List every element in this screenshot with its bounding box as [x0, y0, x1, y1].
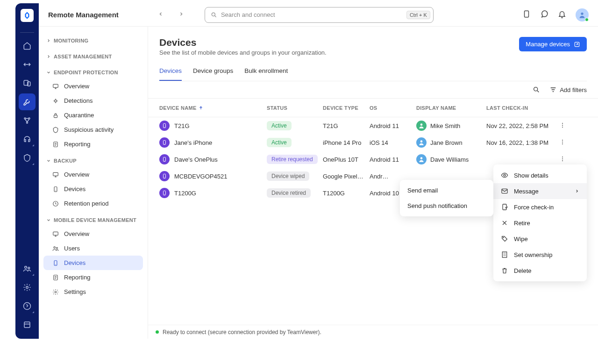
app-title: Remote Management	[48, 11, 119, 19]
th-device-name[interactable]: DEVICE NAME	[159, 105, 267, 111]
rail-home[interactable]	[19, 37, 36, 54]
sidebar-item-devices[interactable]: Devices	[43, 182, 143, 196]
add-filters-button[interactable]: Add filters	[549, 86, 587, 93]
sidebar-group-mobile-device-management[interactable]: MOBILE DEVICE MANAGEMENT	[43, 214, 143, 227]
ctx-set-ownership[interactable]: Set ownership	[493, 247, 587, 263]
checkin-icon	[501, 203, 508, 211]
more-icon	[559, 155, 566, 163]
lock-icon	[52, 112, 59, 119]
sidebar-item-overview[interactable]: Overview	[43, 79, 143, 93]
external-icon	[574, 41, 580, 48]
th-last-check-in[interactable]: LAST CHECK-IN	[486, 105, 559, 111]
row-more-button[interactable]	[559, 155, 573, 164]
sidebar-item-users[interactable]: Users	[43, 241, 143, 256]
chevron-right-icon	[575, 189, 579, 193]
sidebar-item-suspicious-activity[interactable]: Suspicious activity	[43, 122, 143, 137]
ctx-message[interactable]: Message	[493, 183, 587, 199]
sidebar-item-quarantine[interactable]: Quarantine	[43, 108, 143, 122]
ctx-wipe[interactable]: Wipe	[493, 231, 587, 247]
th-status[interactable]: STATUS	[267, 105, 323, 111]
search-icon	[533, 86, 540, 93]
user-avatar	[416, 137, 427, 148]
top-header: Remote Management Search and connect Ctr…	[39, 3, 598, 27]
ctx-delete[interactable]: Delete	[493, 263, 587, 278]
header-avatar[interactable]	[576, 8, 589, 21]
sidebar-item-devices[interactable]: Devices	[43, 256, 143, 270]
mail-icon	[501, 187, 508, 195]
row-more-button[interactable]	[559, 138, 573, 147]
header-bell-icon[interactable]	[558, 10, 566, 20]
rail-shield[interactable]	[19, 150, 36, 166]
th-os[interactable]: OS	[370, 105, 416, 111]
sidebar-group-asset-management[interactable]: ASSET MANAGEMENT	[43, 50, 143, 63]
tag-icon	[501, 235, 508, 243]
search-placeholder: Search and connect	[221, 11, 406, 18]
app-logo	[21, 9, 34, 22]
nav-forward[interactable]	[177, 9, 186, 20]
rail-remote[interactable]	[19, 56, 36, 73]
chevron-right-icon	[46, 38, 51, 43]
rail-workflow[interactable]	[19, 112, 36, 129]
status-badge: Device retired	[267, 188, 311, 198]
rail-management[interactable]	[19, 93, 36, 110]
nav-back[interactable]	[156, 9, 165, 20]
bug-icon	[52, 98, 59, 104]
sidebar-group-monitoring[interactable]: MONITORING	[43, 34, 143, 47]
table-row[interactable]: Jane's iPhone Active iPhone 14 Pro iOS 1…	[148, 134, 598, 151]
row-more-button[interactable]	[559, 121, 573, 130]
header-tablet-icon[interactable]	[522, 10, 531, 20]
chevron-down-icon	[46, 70, 51, 75]
sidebar-group-backup[interactable]: BACKUP	[43, 154, 143, 167]
phone-icon	[52, 260, 59, 266]
shield-icon	[52, 127, 59, 133]
status-badge: Active	[267, 121, 292, 130]
app-rail	[15, 3, 39, 339]
search-input[interactable]: Search and connect Ctrl + K	[205, 7, 434, 23]
filter-icon	[549, 86, 557, 93]
search-shortcut: Ctrl + K	[406, 11, 430, 19]
chevron-right-icon	[46, 54, 51, 59]
tab-devices[interactable]: Devices	[159, 63, 182, 81]
gear-icon	[52, 289, 59, 295]
rail-expand[interactable]	[19, 316, 36, 333]
more-icon	[559, 121, 566, 129]
phone-icon	[52, 186, 59, 193]
ctx-show-details[interactable]: Show details	[493, 167, 587, 183]
ctx-sub-send-email[interactable]: Send email	[400, 183, 493, 198]
manage-devices-button[interactable]: Manage devices	[519, 37, 587, 51]
users-icon	[52, 245, 59, 252]
table-search-button[interactable]	[533, 86, 540, 93]
tab-bulk-enrollment[interactable]: Bulk enrollment	[244, 63, 288, 81]
ctx-retire[interactable]: Retire	[493, 215, 587, 231]
page-subtitle: See the list of mobile devices and group…	[159, 49, 327, 56]
status-badge: Device wiped	[267, 171, 309, 181]
sidebar-group-endpoint-protection[interactable]: ENDPOINT PROTECTION	[43, 66, 143, 79]
context-submenu: Send emailSend push notification	[400, 180, 493, 216]
status-dot-icon	[156, 330, 159, 334]
status-bar: Ready to connect (secure connection prov…	[148, 325, 598, 339]
rail-settings[interactable]	[19, 279, 36, 296]
header-chat-icon[interactable]	[540, 10, 548, 20]
sidebar-item-retention-period[interactable]: Retention period	[43, 196, 143, 211]
th-device-type[interactable]: DEVICE TYPE	[323, 105, 370, 111]
sidebar-item-detections[interactable]: Detections	[43, 93, 143, 108]
rail-devices[interactable]	[19, 75, 36, 92]
ctx-force-check-in[interactable]: Force check-in	[493, 199, 587, 215]
tab-device-groups[interactable]: Device groups	[193, 63, 233, 81]
sidebar-item-overview[interactable]: Overview	[43, 227, 143, 241]
rail-users[interactable]	[19, 260, 36, 277]
rail-support[interactable]	[19, 131, 36, 148]
sidebar-item-overview[interactable]: Overview	[43, 167, 143, 182]
more-icon	[559, 138, 566, 146]
context-menu: Show detailsMessageForce check-inRetireW…	[493, 164, 587, 281]
report-icon	[52, 274, 59, 281]
table-row[interactable]: T21G Active T21G Android 11 Mike Smith N…	[148, 117, 598, 134]
ctx-sub-send-push-notification[interactable]: Send push notification	[400, 198, 493, 214]
th-display-name[interactable]: DISPLAY NAME	[416, 105, 486, 111]
x-icon	[501, 219, 508, 227]
rail-help[interactable]	[19, 298, 36, 314]
sidebar-item-reporting[interactable]: Reporting	[43, 270, 143, 285]
sidebar-item-reporting[interactable]: Reporting	[43, 137, 143, 151]
page-title: Devices	[159, 37, 327, 48]
sidebar-item-settings[interactable]: Settings	[43, 285, 143, 299]
